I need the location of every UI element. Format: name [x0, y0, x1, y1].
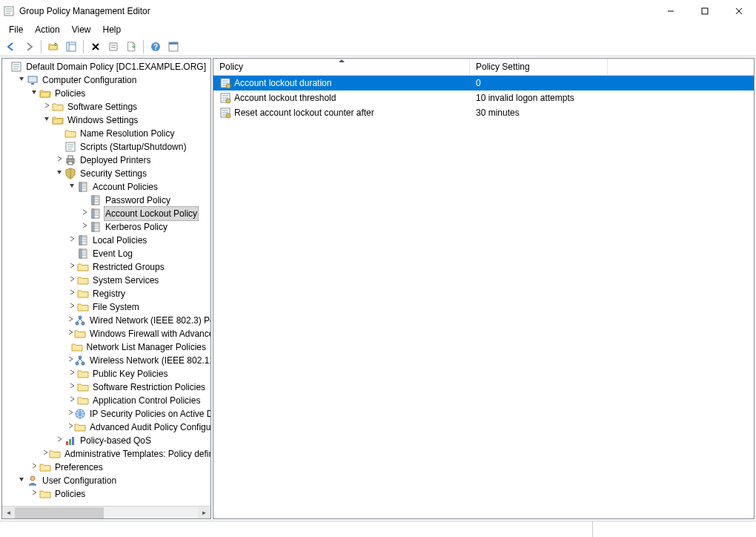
tree-item-label: Kerberos Policy	[104, 220, 169, 234]
tree-panel: Default Domain Policy [DC1.EXAMPLE.ORG]C…	[1, 58, 211, 519]
expand-icon[interactable]	[67, 260, 77, 274]
tree-item[interactable]: Network List Manager Policies	[4, 340, 210, 354]
tree-item-label: Public Key Policies	[91, 367, 169, 380]
tree-item[interactable]: Deployed Printers	[4, 154, 210, 167]
collapse-icon[interactable]	[29, 87, 39, 100]
toolbar-separator	[41, 40, 42, 53]
expand-icon[interactable]	[67, 380, 77, 394]
folder-open-icon	[52, 114, 64, 126]
tree-item-label: Default Domain Policy [DC1.EXAMPLE.ORG]	[24, 60, 208, 73]
tree-item[interactable]: Policy-based QoS	[4, 434, 210, 447]
list-row[interactable]: Account lockout threshold10 invalid logo…	[213, 90, 754, 105]
collapse-icon[interactable]	[16, 474, 27, 487]
tree-item[interactable]: Software Settings	[4, 100, 210, 113]
book-icon	[77, 234, 89, 246]
tree-item[interactable]: Password Policy	[4, 194, 210, 207]
maximize-button[interactable]	[688, 0, 722, 22]
tree-item[interactable]: Security Settings	[4, 167, 210, 180]
list-row[interactable]: Account lockout duration0	[213, 76, 754, 90]
tree-item[interactable]: File System	[4, 300, 210, 314]
window-controls	[654, 0, 756, 22]
expand-icon[interactable]	[29, 487, 39, 501]
scroll-thumb[interactable]	[15, 507, 104, 518]
expand-icon[interactable]	[67, 274, 77, 287]
expand-icon[interactable]	[54, 434, 64, 447]
policy-name-cell: Account lockout threshold	[213, 92, 470, 104]
tree-item[interactable]: Application Control Policies	[4, 394, 210, 407]
tree-item[interactable]: Wired Network (IEEE 802.3) Policies	[4, 314, 210, 327]
tree-item[interactable]: Advanced Audit Policy Configuration	[4, 421, 210, 434]
collapse-icon[interactable]	[16, 73, 27, 87]
tree-item[interactable]: Account Lockout Policy	[4, 207, 210, 220]
expand-icon[interactable]	[67, 234, 77, 247]
expand-icon[interactable]	[29, 461, 39, 474]
expand-icon[interactable]	[42, 447, 49, 461]
properties-button[interactable]	[105, 39, 122, 55]
export-button[interactable]	[123, 39, 139, 55]
tree-item[interactable]: Registry	[4, 287, 210, 300]
tree-item[interactable]: User Configuration	[4, 474, 210, 487]
tree-item[interactable]: Windows Firewall with Advanced Security	[4, 327, 210, 340]
expand-icon[interactable]	[67, 300, 77, 314]
tree-item[interactable]: Preferences	[4, 461, 210, 474]
up-button[interactable]	[45, 39, 62, 55]
book-icon	[77, 248, 89, 260]
tree-item[interactable]: Local Policies	[4, 234, 210, 247]
tree-item[interactable]: Wireless Network (IEEE 802.11) Policies	[4, 354, 210, 367]
tree-item[interactable]: System Services	[4, 274, 210, 287]
delete-button[interactable]	[87, 39, 104, 55]
tree-item[interactable]: Event Log	[4, 247, 210, 260]
expand-icon[interactable]	[79, 220, 90, 234]
scroll-left-button[interactable]: ◄	[2, 507, 15, 518]
scroll-right-button[interactable]: ►	[198, 507, 210, 518]
tree-item[interactable]: Computer Configuration	[4, 73, 210, 87]
tree-item[interactable]: Default Domain Policy [DC1.EXAMPLE.ORG]	[4, 60, 210, 73]
tree-item[interactable]: IP Security Policies on Active Directory	[4, 407, 210, 421]
collapse-icon[interactable]	[67, 180, 77, 194]
help-button[interactable]: ?	[147, 39, 164, 55]
menu-view[interactable]: View	[66, 23, 97, 36]
list-body[interactable]: Account lockout duration0Account lockout…	[213, 76, 754, 518]
menu-help[interactable]: Help	[97, 23, 127, 36]
column-header-policy[interactable]: Policy	[213, 59, 470, 75]
collapse-icon[interactable]	[54, 167, 64, 180]
expand-icon[interactable]	[67, 394, 77, 407]
expand-icon[interactable]	[67, 314, 74, 327]
expand-icon[interactable]	[42, 100, 52, 113]
tree-item[interactable]: Scripts (Startup/Shutdown)	[4, 140, 210, 154]
scroll-track[interactable]	[15, 507, 198, 518]
expand-icon[interactable]	[54, 154, 64, 167]
minimize-button[interactable]	[654, 0, 688, 22]
expand-icon[interactable]	[67, 327, 74, 340]
show-hide-tree-button[interactable]	[63, 39, 79, 55]
tree-scroll[interactable]: Default Domain Policy [DC1.EXAMPLE.ORG]C…	[2, 59, 210, 506]
expand-icon[interactable]	[67, 287, 77, 300]
tree-item-label: File System	[91, 300, 141, 314]
tree-item[interactable]: Public Key Policies	[4, 367, 210, 380]
tree-item[interactable]: Administrative Templates: Policy definit…	[4, 447, 210, 461]
tree-item[interactable]: Policies	[4, 87, 210, 100]
tree-item[interactable]: Software Restriction Policies	[4, 380, 210, 394]
policy-setting-cell: 10 invalid logon attempts	[470, 93, 608, 103]
close-button[interactable]	[722, 0, 756, 22]
filter-button[interactable]	[165, 39, 182, 55]
tree-item[interactable]: Policies	[4, 487, 210, 501]
back-button[interactable]	[3, 39, 19, 55]
forward-button[interactable]	[21, 39, 37, 55]
tree-item[interactable]: Kerberos Policy	[4, 220, 210, 234]
expand-icon[interactable]	[67, 367, 77, 380]
collapse-icon[interactable]	[42, 113, 52, 127]
menu-file[interactable]: File	[3, 23, 29, 36]
column-header-setting[interactable]: Policy Setting	[470, 59, 608, 75]
expand-icon[interactable]	[67, 421, 74, 434]
horizontal-scrollbar[interactable]: ◄ ►	[2, 506, 210, 518]
list-row[interactable]: Reset account lockout counter after30 mi…	[213, 105, 754, 120]
menu-action[interactable]: Action	[29, 23, 65, 36]
expand-icon[interactable]	[79, 207, 90, 220]
tree-item[interactable]: Restricted Groups	[4, 260, 210, 274]
expand-icon[interactable]	[67, 354, 74, 367]
tree-item[interactable]: Name Resolution Policy	[4, 127, 210, 140]
tree-item[interactable]: Account Policies	[4, 180, 210, 194]
tree-item[interactable]: Windows Settings	[4, 113, 210, 127]
expand-icon[interactable]	[67, 407, 74, 421]
